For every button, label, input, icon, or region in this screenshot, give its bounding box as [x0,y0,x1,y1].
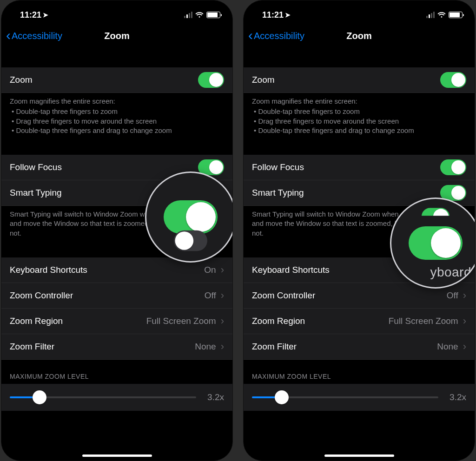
max-zoom-value: 3.2x [204,392,224,402]
status-time: 11:21 [20,10,41,20]
phone-right: 11:21 ➤ ‹ Accessibility Zoom Zoom Zoom m… [243,0,475,461]
status-bar: 11:21 ➤ [244,0,475,23]
chevron-left-icon: ‹ [6,28,11,42]
zoom-label: Zoom [10,75,198,85]
chevron-left-icon: ‹ [248,28,253,42]
max-zoom-header: MAXIMUM ZOOM LEVEL [244,360,475,384]
max-zoom-value: 3.2x [446,392,466,402]
follow-focus-switch[interactable] [440,159,466,175]
back-button[interactable]: ‹ Accessibility [244,30,304,42]
follow-focus-label: Follow Focus [10,162,198,172]
chevron-right-icon: › [221,341,224,353]
nav-bar: ‹ Accessibility Zoom [1,23,232,49]
wifi-icon [437,12,446,18]
settings-content: Zoom Zoom magnifies the entire screen: D… [244,49,475,411]
chevron-right-icon: › [221,290,224,302]
cellular-signal-icon [184,12,192,18]
smart-typing-label: Smart Typing [252,188,440,198]
chevron-right-icon: › [463,341,466,353]
zoom-toggle-row[interactable]: Zoom [244,67,475,93]
zoom-switch[interactable] [440,72,466,88]
battery-icon [206,12,220,18]
max-zoom-slider[interactable] [252,396,438,398]
home-indicator[interactable] [82,454,152,457]
max-zoom-header: MAXIMUM ZOOM LEVEL [1,360,232,384]
zoom-description: Zoom magnifies the entire screen: Double… [244,93,475,136]
zoom-region-row[interactable]: Zoom Region Full Screen Zoom › [244,309,475,334]
zoom-filter-row[interactable]: Zoom Filter None › [244,334,475,360]
status-time: 11:21 [262,10,284,20]
chevron-right-icon: › [221,264,224,276]
wifi-icon [195,12,204,18]
location-icon: ➤ [285,11,291,19]
battery-icon [449,12,463,18]
chevron-right-icon: › [221,315,224,327]
magnified-switch-on-peek [422,208,450,225]
phone-left: 11:21 ➤ ‹ Accessibility Zoom Zoom Zoom m… [1,0,233,461]
max-zoom-slider-row: 3.2x [1,384,232,411]
zoom-filter-row[interactable]: Zoom Filter None › [1,334,232,360]
magnified-switch-off-peek [174,230,207,251]
max-zoom-slider[interactable] [10,396,196,398]
zoom-label: Zoom [252,75,440,85]
cellular-signal-icon [426,12,435,18]
max-zoom-slider-row: 3.2x [244,384,475,411]
zoom-description: Zoom magnifies the entire screen: Double… [1,93,232,136]
status-bar: 11:21 ➤ [1,0,232,23]
magnified-switch-on [409,226,463,260]
back-button[interactable]: ‹ Accessibility [1,30,62,42]
home-indicator[interactable] [324,454,394,457]
settings-content: Zoom Zoom magnifies the entire screen: D… [1,49,232,411]
zoom-region-row[interactable]: Zoom Region Full Screen Zoom › [1,309,232,334]
zoom-controller-row[interactable]: Zoom Controller Off › [1,283,232,309]
zoom-toggle-row[interactable]: Zoom [1,67,232,93]
back-label: Accessibility [254,31,304,41]
follow-focus-label: Follow Focus [252,162,440,172]
zoom-switch[interactable] [198,72,224,88]
magnified-text-fragment: yboard [430,265,471,280]
follow-focus-row[interactable]: Follow Focus [244,155,475,180]
chevron-right-icon: › [463,315,466,327]
nav-bar: ‹ Accessibility Zoom [244,23,475,49]
chevron-right-icon: › [463,290,466,302]
magnifier-follow-focus [145,171,233,263]
back-label: Accessibility [12,31,62,41]
location-icon: ➤ [43,11,48,19]
magnifier-smart-typing: yboard [390,198,475,289]
